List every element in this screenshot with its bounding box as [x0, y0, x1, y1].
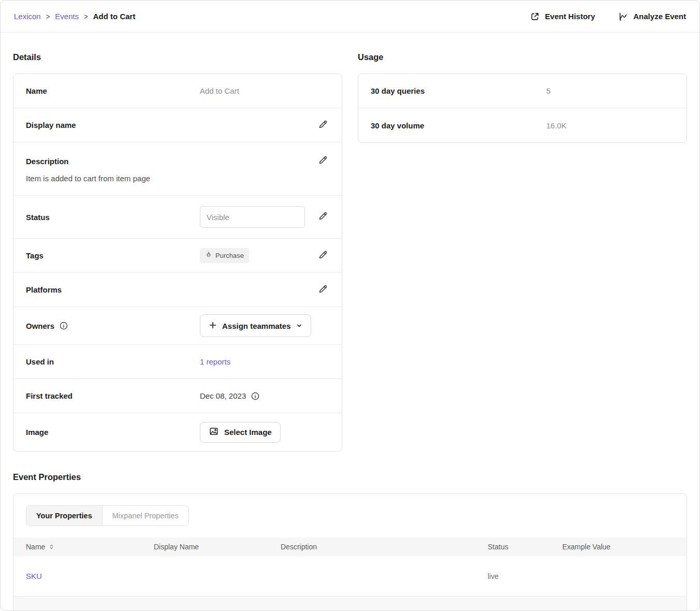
- edit-description-button[interactable]: [316, 154, 329, 168]
- property-row-sku[interactable]: SKU live: [13, 556, 687, 597]
- main-content: Details Name Add to Cart Display name: [1, 33, 699, 611]
- usage-section: Usage 30 day queries 5 30 day volume 16.…: [358, 45, 687, 143]
- pencil-icon: [317, 155, 328, 167]
- property-link-sku[interactable]: SKU: [26, 572, 42, 580]
- tag-purchase[interactable]: $ Purchase: [200, 248, 249, 263]
- owners-label: Owners: [26, 322, 54, 330]
- used-in-label: Used in: [26, 357, 200, 366]
- tab-your-properties[interactable]: Your Properties: [26, 506, 103, 526]
- detail-row-status: Status: [13, 196, 342, 239]
- breadcrumb-lexicon[interactable]: Lexicon: [14, 12, 41, 21]
- properties-table-header: Name Display Name Description Status Exa…: [13, 537, 687, 556]
- status-label: Status: [26, 213, 200, 222]
- queries-label: 30 day queries: [371, 86, 546, 95]
- breadcrumb-separator-icon: >: [46, 12, 50, 21]
- select-image-button[interactable]: Select Image: [200, 422, 281, 443]
- column-header-description: Description: [281, 543, 488, 551]
- volume-label: 30 day volume: [371, 121, 546, 130]
- first-tracked-label: First tracked: [26, 391, 200, 400]
- chevron-down-icon: [296, 322, 302, 330]
- detail-row-platforms: Platforms: [13, 273, 342, 307]
- property-status: live: [488, 572, 562, 580]
- detail-row-name: Name Add to Cart: [13, 74, 342, 108]
- event-properties-title: Event Properties: [13, 472, 687, 482]
- edit-display-name-button[interactable]: [316, 118, 329, 133]
- breadcrumb: Lexicon > Events > Add to Cart: [14, 12, 135, 21]
- top-bar: Lexicon > Events > Add to Cart Event His…: [1, 1, 699, 33]
- details-title: Details: [13, 52, 342, 62]
- name-label: Name: [26, 86, 200, 95]
- usage-title: Usage: [358, 52, 687, 62]
- queries-value: 5: [546, 86, 550, 95]
- info-icon[interactable]: [251, 391, 260, 401]
- image-label: Image: [26, 428, 200, 437]
- detail-row-tags: Tags $ Purchase: [13, 239, 342, 273]
- first-tracked-value: Dec 08, 2023: [200, 391, 246, 400]
- edit-status-button[interactable]: [316, 210, 329, 224]
- usage-row-queries: 30 day queries 5: [358, 74, 687, 108]
- properties-tabs: Your Properties Mixpanel Properties: [26, 505, 189, 526]
- detail-row-first-tracked: First tracked Dec 08, 2023: [13, 379, 342, 413]
- status-input[interactable]: [200, 206, 305, 228]
- column-header-example-value: Example Value: [562, 543, 674, 551]
- usage-row-volume: 30 day volume 16.0K: [358, 108, 687, 142]
- edit-tags-button[interactable]: [316, 249, 329, 263]
- details-section: Details Name Add to Cart Display name: [13, 45, 342, 452]
- column-header-status: Status: [488, 543, 562, 551]
- event-properties-card: Your Properties Mixpanel Properties Name…: [13, 493, 687, 611]
- event-history-label: Event History: [545, 12, 595, 21]
- analyze-event-label: Analyze Event: [633, 12, 686, 21]
- event-history-button[interactable]: Event History: [530, 11, 595, 22]
- money-bag-icon: $: [205, 251, 212, 260]
- property-row-scroll[interactable]: Scroll % live: [13, 597, 687, 611]
- pencil-icon: [317, 284, 328, 296]
- used-in-reports-link[interactable]: 1 reports: [200, 357, 230, 366]
- detail-row-display-name: Display name: [13, 108, 342, 142]
- tags-label: Tags: [26, 251, 200, 260]
- volume-value: 16.0K: [546, 121, 566, 130]
- assign-teammates-button[interactable]: Assign teammates: [200, 314, 311, 337]
- sort-icon[interactable]: [49, 544, 54, 550]
- usage-card: 30 day queries 5 30 day volume 16.0K: [358, 74, 687, 143]
- assign-teammates-label: Assign teammates: [222, 322, 291, 330]
- detail-row-image: Image Select Image: [13, 413, 342, 451]
- tag-label: Purchase: [215, 252, 244, 259]
- detail-row-owners: Owners: [13, 307, 342, 345]
- info-icon[interactable]: [59, 321, 68, 330]
- analyze-event-button[interactable]: Analyze Event: [618, 11, 686, 22]
- display-name-label: Display name: [26, 121, 200, 129]
- tab-mixpanel-properties[interactable]: Mixpanel Properties: [103, 506, 188, 526]
- select-image-label: Select Image: [224, 428, 272, 437]
- line-chart-icon: [618, 11, 628, 22]
- column-header-name: Name: [26, 543, 45, 551]
- image-icon: [209, 426, 219, 438]
- breadcrumb-separator-icon: >: [84, 12, 88, 21]
- plus-icon: [209, 321, 217, 331]
- pencil-icon: [317, 211, 328, 223]
- details-card: Name Add to Cart Display name: [13, 74, 342, 452]
- column-header-display-name: Display Name: [154, 543, 281, 551]
- external-link-icon: [530, 11, 540, 22]
- pencil-icon: [317, 119, 328, 132]
- platforms-label: Platforms: [26, 285, 200, 294]
- edit-platforms-button[interactable]: [316, 283, 329, 297]
- description-label: Description: [26, 157, 69, 166]
- event-properties-section: Event Properties Your Properties Mixpane…: [13, 472, 687, 611]
- svg-text:$: $: [208, 253, 210, 257]
- detail-row-used-in: Used in 1 reports: [13, 345, 342, 379]
- top-actions: Event History Analyze Event: [530, 11, 686, 22]
- breadcrumb-current-event: Add to Cart: [93, 12, 136, 21]
- lexicon-event-detail-page: Lexicon > Events > Add to Cart Event His…: [0, 0, 700, 611]
- pencil-icon: [317, 250, 328, 262]
- name-value: Add to Cart: [200, 86, 329, 95]
- description-value: Item is added to cart from item page: [26, 174, 329, 183]
- breadcrumb-events[interactable]: Events: [55, 12, 79, 21]
- detail-row-description: Description Item is added to ca: [13, 142, 342, 196]
